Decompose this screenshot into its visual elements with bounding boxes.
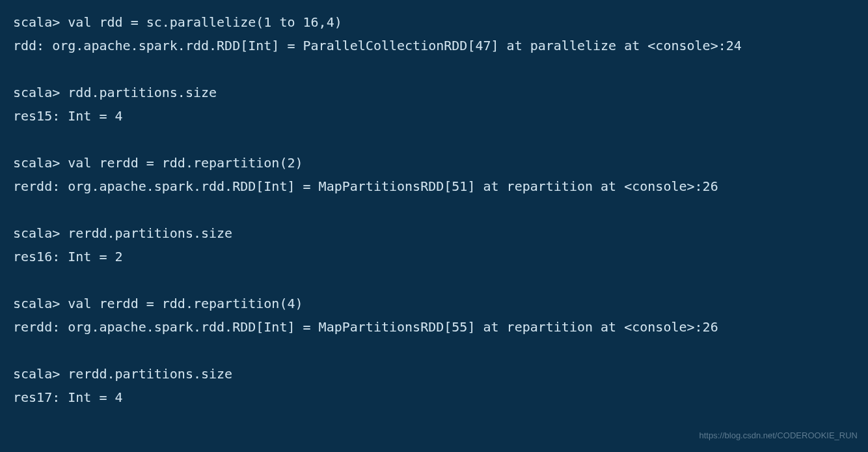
terminal-line: scala> rdd.partitions.size <box>13 81 855 104</box>
repl-command: rdd.partitions.size <box>68 85 217 100</box>
repl-command: rerdd.partitions.size <box>68 225 232 241</box>
terminal-line <box>13 128 855 151</box>
terminal-line: rerdd: org.apache.spark.rdd.RDD[Int] = M… <box>13 315 855 339</box>
repl-output: rdd: org.apache.spark.rdd.RDD[Int] = Par… <box>13 38 742 53</box>
terminal-line: rerdd: org.apache.spark.rdd.RDD[Int] = M… <box>13 175 855 198</box>
terminal-line: scala> rerdd.partitions.size <box>13 221 855 245</box>
repl-prompt: scala> <box>13 14 68 30</box>
repl-output: rerdd: org.apache.spark.rdd.RDD[Int] = M… <box>13 319 718 335</box>
terminal-line <box>13 57 855 81</box>
repl-prompt: scala> <box>13 366 68 382</box>
terminal-line: scala> val rerdd = rdd.repartition(4) <box>13 292 855 315</box>
terminal-line: scala> val rerdd = rdd.repartition(2) <box>13 151 855 175</box>
terminal-line <box>13 198 855 221</box>
repl-command: val rdd = sc.parallelize(1 to 16,4) <box>68 14 342 30</box>
repl-command: val rerdd = rdd.repartition(4) <box>68 296 303 311</box>
repl-prompt: scala> <box>13 296 68 311</box>
terminal-line <box>13 268 855 292</box>
repl-command: val rerdd = rdd.repartition(2) <box>68 155 303 171</box>
repl-prompt: scala> <box>13 85 68 100</box>
terminal-line: res16: Int = 2 <box>13 245 855 268</box>
repl-prompt: scala> <box>13 155 68 171</box>
watermark-text: https://blog.csdn.net/CODEROOKIE_RUN <box>699 428 858 443</box>
terminal-line: res15: Int = 4 <box>13 104 855 128</box>
repl-output: rerdd: org.apache.spark.rdd.RDD[Int] = M… <box>13 178 718 194</box>
repl-output: res15: Int = 4 <box>13 108 123 124</box>
terminal-line: scala> val rdd = sc.parallelize(1 to 16,… <box>13 10 855 34</box>
terminal-line: res17: Int = 4 <box>13 386 855 409</box>
repl-prompt: scala> <box>13 225 68 241</box>
terminal-output: scala> val rdd = sc.parallelize(1 to 16,… <box>13 10 855 409</box>
terminal-line: rdd: org.apache.spark.rdd.RDD[Int] = Par… <box>13 34 855 57</box>
repl-command: rerdd.partitions.size <box>68 366 232 382</box>
repl-output: res16: Int = 2 <box>13 249 123 264</box>
repl-output: res17: Int = 4 <box>13 389 123 405</box>
terminal-line: scala> rerdd.partitions.size <box>13 362 855 386</box>
terminal-line <box>13 339 855 362</box>
